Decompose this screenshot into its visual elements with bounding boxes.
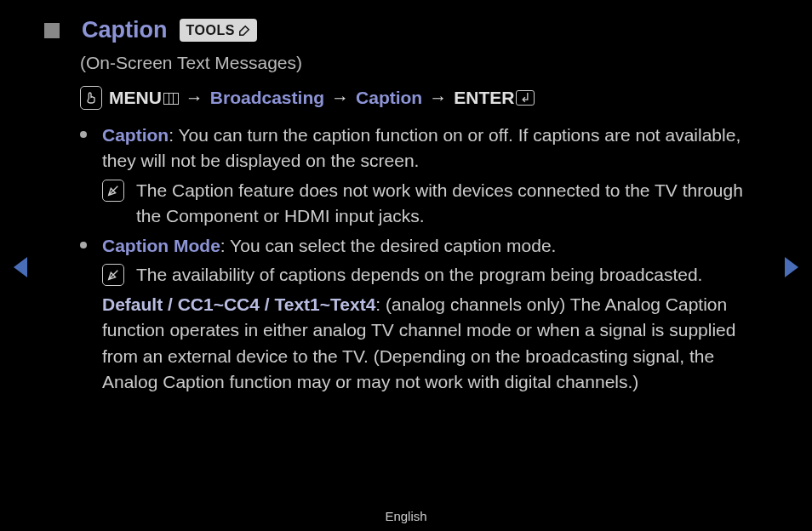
list-item: Caption: You can turn the caption functi… — [80, 123, 768, 230]
note-icon — [102, 264, 124, 286]
sub-item: Default / CC1~CC4 / Text1~Text4: (analog… — [102, 292, 768, 396]
title-row: Caption TOOLS — [44, 14, 768, 47]
item-term: Caption — [102, 125, 169, 145]
list-item: Caption Mode: You can select the desired… — [80, 233, 768, 396]
sub-item-term: Default / CC1~CC4 / Text1~Text4 — [102, 294, 375, 314]
item-desc: : You can select the desired caption mod… — [220, 236, 557, 255]
arrow-icon: → — [186, 85, 203, 111]
bullet-dot-icon — [80, 242, 87, 248]
page-content: Caption TOOLS (On-Screen Text Messages) … — [44, 14, 768, 398]
tools-badge-label: TOOLS — [186, 20, 235, 40]
note-text: The Caption feature does not work with d… — [136, 178, 768, 230]
arrow-icon: → — [331, 85, 349, 111]
nav-broadcasting: Broadcasting — [210, 85, 324, 111]
page-title: Caption — [82, 14, 168, 47]
nav-enter: ENTER — [454, 85, 535, 111]
hand-pointer-icon — [80, 86, 102, 110]
note-icon — [102, 180, 124, 202]
list-item-body: Caption Mode: You can select the desired… — [102, 233, 768, 396]
bullet-dot-icon — [80, 131, 87, 138]
tools-icon — [238, 25, 250, 37]
nav-caption: Caption — [356, 85, 422, 111]
bullet-list: Caption: You can turn the caption functi… — [80, 123, 768, 395]
enter-icon — [516, 90, 535, 106]
list-item-body: Caption: You can turn the caption functi… — [102, 123, 768, 230]
note-row: The Caption feature does not work with d… — [102, 178, 768, 230]
note-text: The availability of captions depends on … — [136, 262, 702, 288]
page-next-arrow[interactable] — [785, 257, 798, 277]
arrow-icon: → — [429, 85, 447, 111]
nav-menu: MENU — [109, 85, 179, 111]
item-term: Caption Mode — [102, 236, 220, 255]
section-marker-icon — [44, 23, 60, 38]
item-desc: : You can turn the caption function on o… — [102, 125, 741, 170]
note-row: The availability of captions depends on … — [102, 262, 768, 288]
tools-badge: TOOLS — [180, 19, 257, 42]
footer-language: English — [0, 507, 812, 526]
menu-grid-icon — [163, 93, 179, 105]
menu-path: MENU → Broadcasting → Caption → ENTER — [80, 85, 768, 111]
page-subtitle: (On-Screen Text Messages) — [80, 50, 768, 76]
page-prev-arrow[interactable] — [14, 257, 27, 277]
